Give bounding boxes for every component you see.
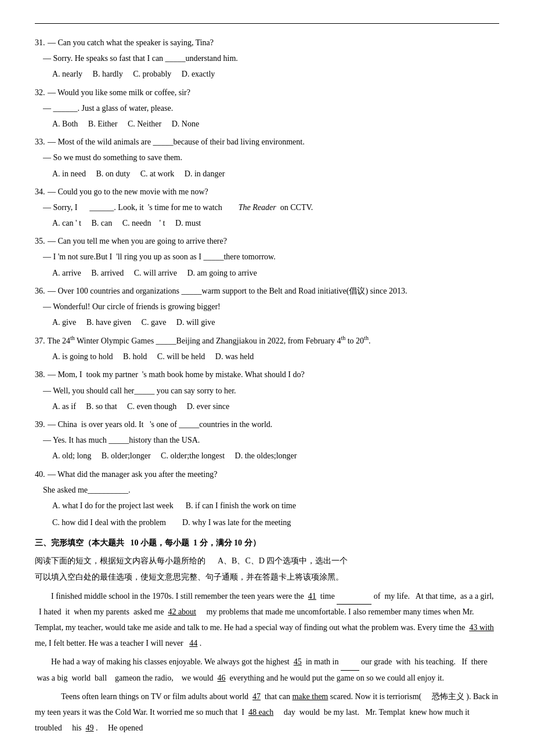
q40-options-ab: A. what I do for the project last week B… [52,498,499,513]
q32-text: 32. — Would you like some milk or coffee… [35,85,499,100]
q32-line2: — ______. Just a glass of water, please. [35,101,499,115]
question-35: 35. — Can you tell me when you are going… [35,234,499,280]
q31-text: 31. — Can you catch what the speaker is … [35,35,499,50]
passage-paragraph-3: Teens often learn things on TV or film a… [35,689,499,736]
q38-line2: — Well, you should call her_____ you can… [35,384,499,398]
question-36: 36. — Over 100 countries and organizatio… [35,284,499,330]
q33-options: A. in need B. on duty C. at work D. in d… [52,167,499,181]
blank-44: 44 [189,639,197,648]
question-32: 32. — Would you like some milk or coffee… [35,85,499,132]
q38-text: 38. — Mom, I took my partner 's math boo… [35,367,499,382]
q35-text: 35. — Can you tell me when you are going… [35,234,499,248]
q36-options: A. give B. have given C. gave D. will gi… [52,315,499,330]
blank-45: 45 [294,657,302,666]
q36-text: 36. — Over 100 countries and organizatio… [35,284,499,298]
question-31: 31. — Can you catch what the speaker is … [35,35,499,82]
passage-paragraph-2: He had a way of making his classes enjoy… [35,654,499,686]
section3-header: 三、完形填空（本大题共 10 小题，每小题 1 分，满分 10 分） [35,536,499,550]
blank-43: 43 with [469,623,493,632]
blank-42: 42 about [168,607,196,616]
q39-line2: — Yes. It has much _____history than the… [35,433,499,447]
question-37: 37. The 24th Winter Olympic Games _____B… [35,333,499,364]
q40-text: 40. — What did the manager ask you after… [35,467,499,482]
q35-line2: — I 'm not sure.But I 'll ring you up as… [35,249,499,264]
q38-options: A. as if B. so that C. even though D. ev… [52,399,499,414]
q39-options: A. old; long B. older;longer C. older;th… [52,448,499,463]
q34-options: A. can ' t B. can C. needn ' t D. must [52,216,499,230]
q37-text: 37. The 24th Winter Olympic Games _____B… [35,333,499,348]
question-33: 33. — Most of the wild animals are _____… [35,135,499,181]
passage-paragraph-1: I finished middle school in the 1970s. I… [35,589,499,651]
section3-instruction2: 可以填入空白处的最佳选项，使短文意思完整、句子通顺，并在答题卡上将该项涂黑。 [35,570,499,584]
blank-46: 46 [218,674,226,682]
blank-48: 48 each [248,708,273,717]
q35-options: A. arrive B. arrived C. will arrive D. a… [52,266,499,280]
q31-line2: — Sorry. He speaks so fast that I can __… [35,51,499,66]
q34-line2: — Sorry, I ______. Look, it 's time for … [35,200,499,215]
q33-line2: — So we must do something to save them. [35,150,499,165]
q33-text: 33. — Most of the wild animals are _____… [35,135,499,149]
q34-text: 34. — Could you go to the new movie with… [35,185,499,199]
blank-49: 49 [86,724,94,732]
q32-options: A. Both B. Either C. Neither D. None [52,117,499,131]
q31-options: A. nearly B. hardly C. probably D. exact… [52,67,499,81]
blank-47: 47 [252,692,261,701]
section3-instruction: 阅读下面的短文，根据短文内容从每小题所给的 A、B、C、D 四个选项中，选出一个 [35,554,499,568]
questions-section: 31. — Can you catch what the speaker is … [35,35,499,530]
q36-line2: — Wonderful! Our circle of friends is gr… [35,299,499,314]
q37-options: A. is going to hold B. hold C. will be h… [52,349,499,364]
underline-make-them: make them [292,692,328,701]
q39-text: 39. — China is over years old. It 's one… [35,417,499,432]
top-divider [35,23,499,24]
question-38: 38. — Mom, I took my partner 's math boo… [35,367,499,414]
question-40: 40. — What did the manager ask you after… [35,467,499,530]
q40-line2: She asked me__________. [35,483,499,497]
blank-41: 41 [308,592,316,601]
question-39: 39. — China is over years old. It 's one… [35,417,499,464]
question-34: 34. — Could you go to the new movie with… [35,185,499,231]
q40-options-cd: C. how did I deal with the problem D. wh… [52,515,499,530]
